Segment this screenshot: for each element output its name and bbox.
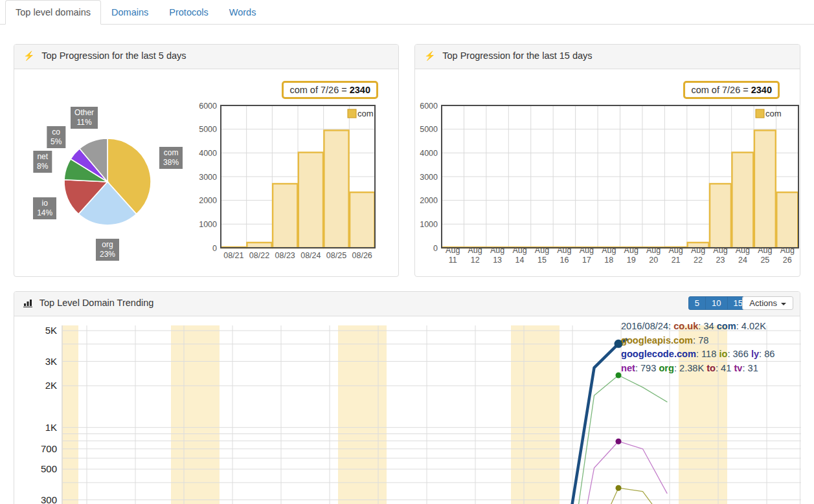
bar-08/22[interactable] [247,243,271,248]
x-axis-label: 08/21 [223,251,243,260]
x-axis-label: Aug [468,246,482,255]
range-button-10[interactable]: 10 [705,296,727,310]
x-axis-label: 22 [694,256,703,265]
pie-label-co: co5% [47,126,65,148]
x-axis-label: 17 [582,256,591,265]
flash-icon: ⚡ [23,50,34,61]
legend-label: com [765,109,782,118]
panel-progression-15days: ⚡ Top Progression for the last 15 days c… [414,44,800,277]
tooltip-segment: : 41 [716,363,734,373]
progression-badge-15days: com of 7/26 = 2340 [683,81,780,99]
x-axis-label: 18 [604,256,613,265]
legend-label: com [357,109,374,118]
y-axis-label: 4000 [420,149,438,158]
panel-body-5days: com of 7/26 = 2340 com38%org23%io14%net8… [14,70,398,276]
weekend-band [171,325,220,504]
panel-title-5days: Top Progression for the last 5 days [41,50,186,61]
weekend-band [511,325,560,504]
trend-marker-net[interactable] [616,439,622,444]
x-axis-label: Aug [624,246,639,255]
x-axis-label: 26 [783,256,792,265]
y-axis-label: 3K [45,356,57,367]
x-axis-label: Aug [446,246,460,255]
trend-tooltip: 2016/08/24: co.uk: 34 com: 4.02Kgoogleap… [621,320,774,375]
bar-Aug-26[interactable] [776,192,798,248]
panel-body-trending: 5K3K2K1K700500300 2016/08/24: co.uk: 34 … [14,317,800,504]
y-axis-label: 3000 [199,173,217,182]
x-axis-label: 21 [672,256,681,265]
x-axis-label: 23 [716,256,725,265]
panel-heading-5days: ⚡ Top Progression for the last 5 days [14,45,398,69]
tab-domains[interactable]: Domains [101,0,159,25]
x-axis-label: Aug [580,246,594,255]
actions-dropdown-button[interactable]: Actions [742,296,793,310]
x-axis-label: Aug [780,246,795,255]
y-axis-label: 1000 [420,220,438,229]
x-axis-label: Aug [668,246,683,255]
tooltip-line: net: 793 org: 2.38K to: 41 tv: 31 [621,362,774,376]
badge-text: com of 7/26 = [691,85,751,95]
tooltip-segment: co.uk [673,321,698,331]
tooltip-segment: googleapis.com [621,335,693,345]
range-button-group: 5 10 15 [688,296,749,310]
x-axis-label: 24 [738,256,747,265]
x-axis-label: Aug [557,246,571,255]
bar-08/23[interactable] [273,184,297,248]
y-axis-label: 2K [45,380,57,391]
y-axis-label: 0 [433,244,438,253]
tooltip-segment: : 366 [727,349,751,359]
tab-words[interactable]: Words [219,0,267,25]
x-axis-label: 25 [760,256,769,265]
tld-pie-chart[interactable]: com38%org23%io14%net8%co5%Other11% [24,96,205,280]
tab-top-level-domains[interactable]: Top level domains [5,0,101,25]
tab-protocols[interactable]: Protocols [159,0,218,25]
bar-chart-15days[interactable]: 0100020003000400050006000Aug11Aug12Aug13… [418,101,801,268]
badge-value: 2340 [751,85,772,95]
pie-label-net: net8% [33,151,52,173]
weekend-band [338,325,387,504]
x-axis-label: 12 [471,256,480,265]
legend-swatch [756,109,764,118]
bar-08/25[interactable] [324,131,348,248]
tooltip-segment: : 793 [635,363,659,373]
tooltip-segment: tv [734,363,742,373]
tooltip-segment: googlecode.com [621,349,696,359]
x-axis-label: Aug [713,246,727,255]
bar-Aug-23[interactable] [710,184,731,248]
y-axis-label: 700 [41,443,57,454]
tooltip-segment: org [659,363,674,373]
trend-line-io [594,488,668,504]
tooltip-segment: : 2.38K [674,363,707,373]
x-axis-label: 08/25 [326,251,346,260]
tooltip-segment: : 34 [698,321,716,331]
x-axis-label: 19 [627,256,636,265]
y-axis-label: 6000 [199,102,217,111]
x-axis-label: 08/23 [275,251,295,260]
range-button-5[interactable]: 5 [688,296,706,310]
tooltip-line: googleapis.com: 78 [621,334,774,348]
pie-label-io: io14% [33,197,56,219]
x-axis-label: 13 [493,256,502,265]
weekend-band [63,325,78,504]
tooltip-line: googlecode.com: 118 io: 366 ly: 86 [621,347,774,362]
tooltip-segment: ly [751,349,759,359]
y-axis-label: 2000 [420,196,438,205]
x-axis-label: 15 [537,256,547,265]
x-axis-label: 14 [515,256,525,265]
y-axis-label: 5000 [199,125,217,134]
tab-bar: Top level domains Domains Protocols Word… [0,0,814,25]
trend-marker-io[interactable] [616,485,622,491]
bar-Aug-24[interactable] [732,153,753,248]
tooltip-segment: : 86 [759,349,774,359]
panel-heading-trending: Top Level Domain Trending 5 10 15 Action… [14,292,800,316]
bar-08/26[interactable] [350,192,374,248]
bar-chart-5days[interactable]: 010002000300040005000600008/2108/2208/23… [192,101,390,263]
bar-08/24[interactable] [299,153,323,248]
bar-Aug-25[interactable] [754,131,776,248]
y-axis-label: 5000 [420,125,438,134]
x-axis-label: Aug [602,246,616,255]
tooltip-line: 2016/08/24: co.uk: 34 com: 4.02K [621,320,774,334]
pie-label-com: com38% [159,147,183,169]
y-axis-label: 500 [41,463,57,474]
flash-icon: ⚡ [424,50,435,61]
